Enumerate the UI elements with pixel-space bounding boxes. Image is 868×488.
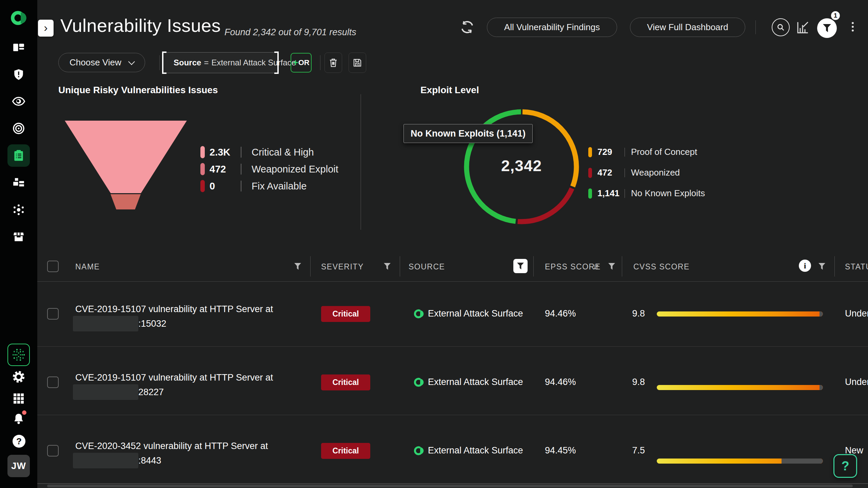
cvss-value: 9.8 — [620, 308, 645, 319]
col-header-status[interactable]: STATUS — [845, 262, 868, 271]
sidebar-item-issues-active[interactable] — [7, 144, 30, 167]
sidebar-item-monitor[interactable] — [12, 95, 25, 108]
source-filter-icon — [517, 263, 524, 269]
col-header-name[interactable]: NAME — [75, 262, 100, 271]
all-findings-button[interactable]: All Vulnerability Findings — [487, 18, 617, 37]
vuln-name-line1[interactable]: CVE-2019-15107 vulnerability at HTTP Ser… — [75, 372, 273, 383]
search-button[interactable] — [772, 18, 790, 36]
vuln-name-line1[interactable]: CVE-2019-15107 vulnerability at HTTP Ser… — [75, 304, 273, 314]
cvss-filter-icon[interactable] — [818, 263, 825, 270]
source-label: External Attack Surface — [428, 377, 523, 387]
avatar[interactable]: JW — [7, 455, 30, 477]
legend-item: 0 Fix Available — [200, 178, 338, 195]
vuln-name-line2[interactable]: :15032 — [73, 316, 166, 331]
cluster-icon — [12, 203, 25, 217]
choose-view-dropdown[interactable]: Choose View — [58, 53, 145, 72]
chip-operator: = — [204, 58, 209, 67]
filters-button[interactable] — [817, 18, 837, 38]
legend-label: Weaponized — [631, 167, 680, 178]
epss-filter-icon[interactable] — [608, 263, 615, 270]
sidebar-item-assessment[interactable] — [12, 122, 25, 135]
selection-bracket-left — [162, 52, 166, 74]
filterbar-divider — [159, 55, 160, 70]
sidebar-item-assets[interactable] — [12, 176, 25, 189]
vuln-port: 28227 — [138, 387, 164, 398]
funnel-segment-bottom[interactable] — [111, 194, 141, 209]
or-label: OR — [298, 58, 310, 67]
refresh-icon — [459, 19, 475, 35]
vuln-name-line1[interactable]: CVE-2020-3452 vulnerability at HTTP Serv… — [75, 441, 268, 451]
legend-value: 729 — [597, 147, 625, 157]
refresh-button[interactable] — [459, 19, 475, 35]
name-filter-icon[interactable] — [294, 263, 301, 270]
sidebar-collapse-button[interactable]: › — [38, 20, 54, 37]
table-row[interactable]: CVE-2020-3452 vulnerability at HTTP Serv… — [0, 10, 868, 15]
severity-filter-icon[interactable] — [384, 263, 391, 270]
source-label: External Attack Surface — [428, 308, 523, 319]
eye-icon — [12, 94, 25, 108]
source-filter-active-button[interactable] — [513, 259, 528, 273]
funnel-segment-top[interactable] — [65, 121, 187, 193]
redacted-host — [73, 316, 138, 331]
table-row[interactable]: CVE-2019-15107 vulnerability at HTTP Ser… — [0, 0, 868, 5]
legend-value: 1,141 — [597, 188, 625, 199]
chip-value: External Attack Surface — [211, 58, 296, 67]
epss-sort-icon[interactable]: ↓↑ — [593, 262, 598, 271]
row-checkbox[interactable] — [47, 308, 59, 320]
cvss-score-bar — [657, 311, 823, 317]
source-label: External Attack Surface — [428, 445, 523, 456]
sidebar-item-integrations[interactable] — [12, 203, 25, 217]
sidebar-item-marketplace[interactable] — [12, 230, 25, 244]
sidebar-item-dashboard[interactable] — [12, 41, 25, 54]
vuln-name-line2[interactable]: :8443 — [73, 453, 161, 468]
help-fab-button[interactable]: ? — [833, 454, 857, 478]
more-menu-button[interactable] — [852, 20, 854, 33]
storefront-icon — [12, 230, 25, 243]
row-checkbox[interactable] — [47, 377, 59, 388]
status-value: Under Investigation — [845, 308, 868, 319]
blocks-icon — [12, 176, 25, 189]
all-findings-label: All Vulnerability Findings — [504, 22, 600, 33]
shield-alert-icon — [13, 68, 25, 81]
brand-logo-icon[interactable] — [10, 9, 28, 27]
cvss-value: 7.5 — [620, 445, 645, 456]
dotted-spiral-icon — [10, 346, 27, 363]
legend-item: 2.3K Critical & High — [200, 144, 338, 161]
redacted-host — [73, 384, 138, 400]
reports-button[interactable] — [795, 20, 810, 35]
epss-value: 94.46% — [545, 377, 576, 387]
sidebar-item-risk[interactable] — [12, 68, 25, 81]
legend-marker — [588, 188, 592, 199]
sidebar-item-help[interactable]: ? — [13, 435, 25, 448]
sidebar-item-settings[interactable] — [12, 370, 25, 384]
col-header-epss[interactable]: EPSS SCORE — [545, 262, 601, 271]
legend-label: No Known Exploits — [631, 188, 705, 199]
table-row[interactable]: CVE-2019-15107 vulnerability at HTTP Ser… — [0, 5, 868, 10]
select-all-checkbox[interactable] — [47, 261, 59, 272]
exploit-legend: 729 Proof of Concept 472 Weaponized 1,14… — [588, 142, 705, 204]
filter-chip-source[interactable]: Source = External Attack Surface — [163, 52, 278, 73]
funnel-legend: 2.3K Critical & High 472 Weaponized Expl… — [200, 144, 338, 195]
cvss-info-icon[interactable]: i — [799, 260, 811, 272]
view-dashboard-label: View Full Dashboard — [647, 22, 728, 33]
col-header-cvss[interactable]: CVSS SCORE — [633, 262, 690, 271]
save-view-button[interactable] — [349, 53, 366, 73]
row-checkbox[interactable] — [47, 445, 59, 456]
results-count: Found 2,342 out of 9,701 results — [224, 27, 356, 38]
horizontal-scrollbar-thumb[interactable] — [47, 485, 853, 487]
delete-filter-button[interactable] — [324, 53, 342, 73]
vuln-name-line2[interactable]: 28227 — [73, 384, 164, 400]
legend-marker — [200, 180, 205, 192]
trash-icon — [328, 57, 338, 68]
col-header-source[interactable]: SOURCE — [409, 262, 445, 271]
col-header-severity[interactable]: SEVERITY — [321, 262, 364, 271]
add-or-condition-button[interactable]: + OR — [291, 53, 312, 73]
sidebar: ? JW — [0, 0, 37, 488]
sidebar-item-whats-new[interactable] — [7, 344, 30, 366]
sidebar-item-apps[interactable] — [12, 392, 25, 405]
legend-value: 472 — [597, 167, 625, 178]
legend-item: 1,141 No Known Exploits — [588, 183, 705, 204]
sidebar-item-notifications[interactable] — [12, 413, 25, 426]
donut-tooltip: No Known Exploits (1,141) — [403, 124, 533, 143]
view-dashboard-button[interactable]: View Full Dashboard — [630, 18, 745, 37]
